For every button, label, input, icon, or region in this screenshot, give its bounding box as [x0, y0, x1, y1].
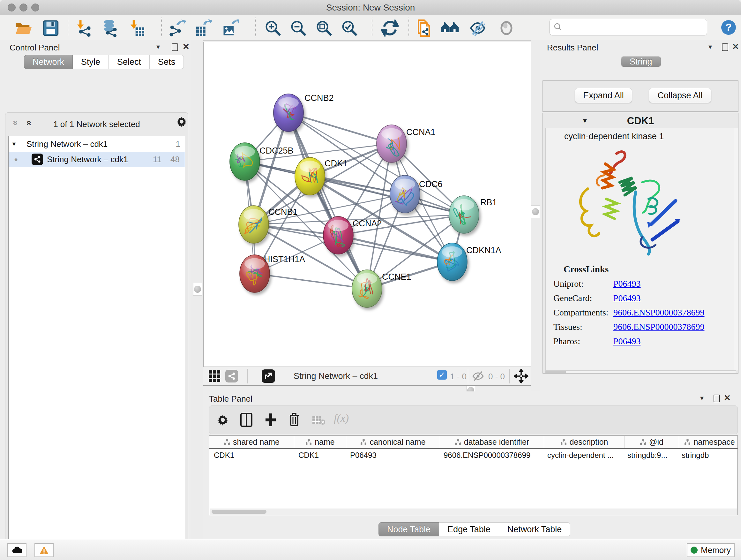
hidden-eye-slash-icon[interactable]	[472, 371, 484, 382]
table-cell[interactable]: P06493	[346, 451, 439, 460]
crosslink-link[interactable]: P06493	[613, 293, 641, 303]
table-row[interactable]: CDK1CDK1P064939606.ENSP00000378699cyclin…	[209, 449, 738, 462]
network-row-selected[interactable]: ● String Network – cdk1 11 48	[9, 152, 185, 167]
table-cell[interactable]: CDK1	[294, 451, 346, 460]
table-cell[interactable]: 9606.ENSP00000378699	[439, 451, 543, 460]
disclosure-triangle-icon[interactable]: ▼	[9, 141, 19, 147]
tab-network-table[interactable]: Network Table	[499, 522, 570, 537]
control-panel-menu-icon[interactable]: ▾	[156, 43, 160, 51]
export-table-icon[interactable]	[195, 19, 212, 37]
edge-CCNB2-CCNA1[interactable]	[288, 113, 392, 144]
network-collection-row[interactable]: ▼ String Network – cdk1 1	[9, 136, 185, 152]
crosslink-link[interactable]: 9606.ENSP00000378699	[613, 307, 704, 317]
table-cell[interactable]: stringdb	[677, 451, 738, 460]
tab-edge-table[interactable]: Edge Table	[439, 522, 499, 537]
node-CDC6[interactable]	[390, 175, 420, 213]
network-canvas[interactable]: CCNB2CCNA1CDC25BCDK1CDC6RB1CCNB1CCNA2CDK…	[203, 42, 531, 367]
table-horizontal-scrollbar[interactable]	[210, 509, 737, 515]
results-panel-float-icon[interactable]	[722, 44, 728, 51]
tab-node-table[interactable]: Node Table	[379, 522, 439, 537]
warning-button[interactable]	[35, 543, 54, 557]
control-panel: Control Panel ▾ ✕ NetworkStyleSelectSets…	[0, 40, 192, 539]
column-header-description[interactable]: description	[544, 436, 624, 448]
node-table[interactable]: shared namenamecanonical namedatabase id…	[209, 435, 738, 515]
add-column-icon[interactable]	[264, 413, 277, 428]
control-panel-float-icon[interactable]	[172, 44, 178, 51]
expand-all-button[interactable]: Expand All	[575, 88, 632, 103]
zoom-in-icon[interactable]	[264, 19, 281, 37]
table-panel-float-icon[interactable]	[714, 395, 720, 402]
import-from-database-icon[interactable]	[100, 19, 118, 37]
open-session-icon[interactable]	[14, 19, 31, 37]
column-header-database-identifier[interactable]: database identifier	[440, 436, 544, 448]
zoom-fit-icon[interactable]	[315, 19, 333, 37]
results-vertical-scrollbar[interactable]	[734, 128, 738, 370]
tab-select[interactable]: Select	[109, 55, 150, 69]
crosslink-link[interactable]: P06493	[613, 279, 641, 289]
crosslink-link[interactable]: P06493	[613, 336, 641, 346]
results-panel-close-icon[interactable]: ✕	[732, 42, 739, 52]
columns-icon[interactable]	[240, 413, 253, 428]
node-CCNB2[interactable]	[273, 94, 304, 132]
network-graph[interactable]: CCNB2CCNA1CDC25BCDK1CDC6RB1CCNB1CCNA2CDK…	[204, 42, 530, 366]
tab-sets[interactable]: Sets	[150, 55, 184, 69]
zoom-selected-icon[interactable]	[341, 19, 358, 37]
collapse-all-button[interactable]: Collapse All	[649, 88, 711, 103]
table-cell[interactable]: cyclin-dependent ...	[543, 451, 623, 460]
gear-icon[interactable]	[176, 116, 188, 129]
crosslink-label: Uniprot:	[553, 279, 613, 289]
hide-panel-icon[interactable]	[469, 19, 486, 37]
column-header-canonical-name[interactable]: canonical name	[346, 436, 440, 448]
open-in-new-window-icon[interactable]	[262, 369, 275, 383]
node-label-CCNE1: CCNE1	[382, 272, 411, 282]
tab-network[interactable]: Network	[24, 55, 73, 69]
node-CDK1[interactable]	[295, 158, 325, 195]
edge-CCNA2-CDKN1A[interactable]	[338, 235, 452, 262]
table-panel-menu-icon[interactable]: ▾	[700, 394, 704, 402]
network-share-icon[interactable]	[225, 370, 238, 382]
control-panel-close-icon[interactable]: ✕	[183, 42, 190, 52]
column-header-shared-name[interactable]: shared name	[209, 436, 294, 448]
search-input[interactable]	[549, 19, 707, 36]
crosslink-link[interactable]: 9606.ENSP00000378699	[613, 322, 704, 332]
selected-checkbox-icon[interactable]: ✓	[437, 370, 447, 380]
node-CCNB1[interactable]	[239, 206, 269, 243]
delete-column-icon[interactable]	[288, 412, 300, 428]
help-icon[interactable]: ?	[721, 19, 737, 36]
node-CCNA2[interactable]	[323, 216, 353, 254]
edge-HIST1H1A-CCNE1[interactable]	[255, 273, 367, 289]
refresh-icon[interactable]	[381, 19, 399, 37]
node-RB1[interactable]	[449, 196, 479, 233]
left-splitter-handle[interactable]	[193, 283, 202, 296]
save-session-icon[interactable]	[42, 19, 59, 37]
import-network-icon[interactable]	[74, 19, 91, 37]
right-splitter-handle[interactable]	[531, 205, 540, 218]
tab-style[interactable]: Style	[73, 55, 109, 69]
grid-view-icon[interactable]	[208, 370, 221, 384]
results-horizontal-scrollbar[interactable]	[545, 371, 736, 373]
memory-button[interactable]: Memory	[687, 543, 735, 557]
table-gear-icon[interactable]	[216, 414, 229, 428]
table-cell[interactable]: CDK1	[209, 451, 294, 460]
column-header-@id[interactable]: @id	[624, 436, 679, 448]
home-icon[interactable]	[441, 19, 460, 37]
clone-network-icon[interactable]	[415, 19, 432, 37]
node-CDC25B[interactable]	[230, 143, 260, 180]
zoom-out-icon[interactable]	[290, 19, 307, 37]
tab-string[interactable]: String	[621, 55, 661, 68]
bullet-icon: ●	[11, 156, 21, 163]
results-panel-menu-icon[interactable]: ▾	[709, 43, 712, 51]
column-header-namespace[interactable]: namespace	[679, 436, 738, 448]
table-cell[interactable]: stringdb:9...	[623, 451, 677, 460]
birds-eye-pan-icon[interactable]	[514, 369, 529, 385]
export-network-icon[interactable]	[169, 19, 186, 37]
show-panel-icon[interactable]	[498, 19, 515, 37]
cloud-button[interactable]	[7, 543, 26, 557]
import-table-icon[interactable]	[128, 19, 145, 37]
table-panel-close-icon[interactable]: ✕	[724, 393, 731, 403]
export-image-icon[interactable]	[222, 19, 239, 37]
node-CDKN1A[interactable]	[437, 243, 467, 281]
node-CCNE1[interactable]	[352, 270, 382, 307]
node-CCNA1[interactable]	[377, 125, 407, 163]
column-header-name[interactable]: name	[294, 436, 346, 448]
